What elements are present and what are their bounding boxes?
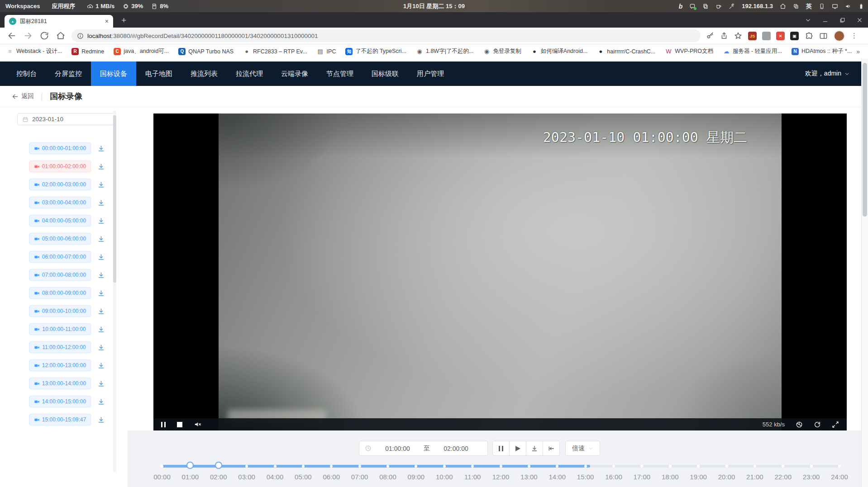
new-tab-button[interactable]: + (121, 16, 126, 24)
download-recording-icon[interactable] (97, 398, 105, 406)
recording-range-button[interactable]: 02:00:00-03:00:00 (29, 179, 91, 190)
download-recording-icon[interactable] (97, 307, 105, 315)
end-time-value[interactable]: 02:00:00 (430, 445, 482, 452)
window-maximize-icon[interactable] (839, 17, 845, 23)
recording-range-button[interactable]: 13:00:00-14:00:00 (29, 378, 91, 389)
tray-display-icon[interactable] (832, 3, 838, 9)
nav-item[interactable]: 拉流代理 (227, 61, 272, 86)
fullscreen-icon[interactable] (832, 421, 839, 428)
player-pause-icon[interactable] (161, 422, 166, 427)
download-recording-icon[interactable] (97, 181, 105, 189)
recording-range-button[interactable]: 05:00:00-06:00:00 (29, 233, 91, 245)
recording-range-button[interactable]: 08:00:00-09:00:00 (29, 287, 91, 299)
system-clock[interactable]: 1月10日 星期二 15：09 (403, 0, 465, 12)
play-button[interactable] (509, 441, 526, 456)
timeline[interactable]: 00:0001:0002:0003:0004:0005:0006:0007:00… (162, 462, 839, 483)
pause-button[interactable] (492, 441, 510, 456)
bookmark-item[interactable]: ◉ 1.8W字|了不起的... (416, 47, 473, 55)
nav-item[interactable]: 分屏监控 (46, 61, 91, 86)
extension-icon[interactable]: JS (748, 32, 757, 40)
video-player[interactable]: 2023-01-10 01:00:00 星期二 552 kb/s (153, 113, 847, 430)
download-recording-icon[interactable] (97, 380, 105, 388)
timeline-handle[interactable] (215, 462, 222, 469)
tray-messenger-icon[interactable] (689, 3, 696, 9)
bookmark-item[interactable]: C java、android可... (114, 47, 169, 55)
address-bar[interactable]: localhost:38080/#/gbRecordDetail/3402000… (72, 29, 701, 42)
recording-range-button[interactable]: 12:00:00-13:00:00 (29, 359, 91, 371)
page-scrollbar[interactable] (861, 58, 868, 487)
user-menu[interactable]: 欢迎，admin (805, 61, 861, 86)
browser-tab[interactable]: ▲ 国标28181 × (5, 15, 113, 28)
browser-menu-icon[interactable]: ⋮ (851, 32, 858, 40)
download-recording-icon[interactable] (97, 217, 105, 225)
bookmark-item[interactable]: ≡ Webstack - 设计... (6, 47, 62, 55)
profile-avatar[interactable] (834, 30, 845, 42)
recording-range-button[interactable]: 10:00:00-11:00:00 (29, 323, 91, 335)
tab-close-icon[interactable]: × (105, 18, 109, 24)
tray-color-picker-icon[interactable] (729, 3, 735, 9)
bookmark-item[interactable]: R Redmine (72, 48, 104, 55)
bookmark-item[interactable]: ● RFC2833 – RTP Ev... (243, 48, 307, 55)
tray-browser-icon[interactable]: b (679, 3, 683, 10)
time-range-input[interactable]: 01:00:00 至 02:00:00 (359, 441, 488, 456)
tab-search-icon[interactable] (805, 17, 811, 23)
tray-clipboard-icon[interactable] (702, 3, 709, 9)
recording-range-button[interactable]: 00:00:00-01:00:00 (29, 142, 91, 154)
bookmark-item[interactable]: N HDAtmos :: 种子 *... (792, 47, 852, 55)
recording-range-button[interactable]: 14:00:00-15:00:00 (29, 396, 91, 407)
nav-item[interactable]: 国标设备 (91, 61, 136, 86)
forward-icon[interactable] (24, 31, 33, 40)
sidebar-scrollbar[interactable] (113, 111, 116, 473)
side-panel-icon[interactable] (819, 32, 828, 40)
window-close-icon[interactable] (857, 17, 863, 23)
recording-range-button[interactable]: 15:00:00-15:09:47 (29, 414, 91, 426)
bookmark-item[interactable]: W WVP-PRO文档 (665, 47, 713, 55)
tray-workspaces-icon[interactable] (793, 3, 799, 9)
player-refresh-icon[interactable] (814, 421, 821, 428)
download-recording-icon[interactable] (97, 253, 105, 261)
sidebar-scrollbar-thumb[interactable] (113, 115, 116, 283)
nav-item[interactable]: 国标级联 (362, 61, 408, 86)
bookmarks-overflow-chevron[interactable]: » (856, 48, 860, 55)
recording-range-button[interactable]: 07:00:00-08:00:00 (29, 269, 91, 281)
download-recording-icon[interactable] (97, 289, 105, 297)
bookmark-item[interactable]: ☁ 服务器 - 轻量应用... (723, 47, 782, 55)
recording-range-button[interactable]: 11:00:00-12:00:00 (29, 341, 91, 353)
tray-coffee-icon[interactable] (715, 3, 722, 9)
tray-tablet-icon[interactable] (819, 3, 825, 9)
bookmark-item[interactable]: ● hairrrrr/C-CrashC... (597, 48, 655, 55)
bookmark-star-icon[interactable] (734, 32, 742, 40)
bookmark-item[interactable]: ◉ 免登录复制 (483, 47, 521, 55)
download-recording-icon[interactable] (97, 163, 105, 170)
download-recording-icon[interactable] (97, 344, 105, 351)
snapshot-aperture-icon[interactable] (796, 421, 803, 428)
tray-volume-icon[interactable] (845, 3, 851, 9)
download-recording-icon[interactable] (97, 271, 105, 279)
recording-range-button[interactable]: 03:00:00-04:00:00 (29, 197, 91, 208)
tray-ip-address[interactable]: 192.168.1.3 (742, 3, 773, 9)
bookmark-item[interactable]: 知 了不起的 TypeScri... (345, 47, 406, 55)
nav-item[interactable]: 节点管理 (317, 61, 362, 86)
share-icon[interactable] (720, 32, 728, 40)
download-recording-icon[interactable] (97, 235, 105, 243)
back-button[interactable]: 返回 (12, 92, 34, 100)
tray-home-icon[interactable] (780, 3, 786, 9)
download-recording-icon[interactable] (97, 199, 105, 207)
window-minimize-icon[interactable] (822, 17, 828, 23)
nav-item[interactable]: 控制台 (7, 61, 46, 86)
nav-item[interactable]: 电子地图 (136, 61, 181, 86)
speed-dropdown[interactable]: 倍速 (565, 441, 600, 456)
nav-item[interactable]: 推流列表 (181, 61, 227, 86)
download-button[interactable] (526, 441, 543, 456)
extension-icon[interactable]: ✕ (776, 32, 785, 40)
download-recording-icon[interactable] (97, 145, 105, 152)
home-icon[interactable] (56, 31, 65, 40)
recording-range-button[interactable]: 04:00:00-05:00:00 (29, 215, 91, 227)
reload-icon[interactable] (40, 31, 49, 40)
nav-item[interactable]: 云端录像 (272, 61, 317, 86)
download-recording-icon[interactable] (97, 416, 105, 424)
player-mute-icon[interactable] (194, 421, 201, 428)
player-stop-icon[interactable] (177, 422, 182, 427)
download-recording-icon[interactable] (97, 326, 105, 333)
recording-range-button[interactable]: 09:00:00-10:00:00 (29, 305, 91, 317)
